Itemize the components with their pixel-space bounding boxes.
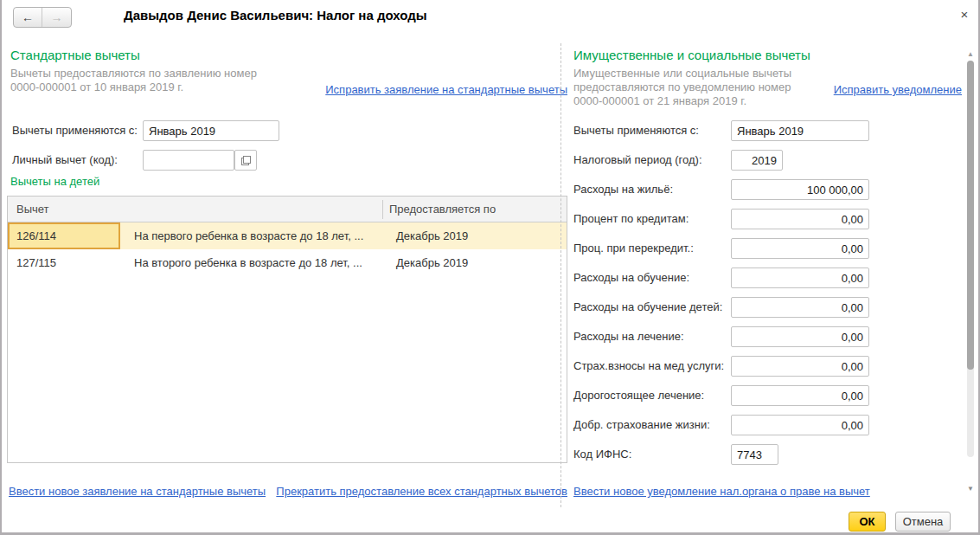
subtitle-line: Вычеты предоставляются по заявлению номе… (10, 67, 257, 81)
personal-deduction-label: Личный вычет (код): (12, 150, 118, 171)
forward-arrow-icon: → (51, 10, 63, 24)
provided-until-cell[interactable]: Декабрь 2019 (396, 222, 468, 249)
life-insurance-input[interactable] (731, 415, 869, 435)
nav-button-group: ← → (13, 7, 72, 28)
standard-deductions-footer: Ввести новое заявление на стандартные вы… (9, 485, 567, 498)
deduction-code-cell[interactable]: 127/115 (16, 249, 56, 276)
new-standard-application-link[interactable]: Ввести новое заявление на стандартные вы… (9, 485, 266, 498)
standard-deductions-title: Стандартные вычеты (10, 48, 140, 62)
back-arrow-icon: ← (22, 10, 34, 24)
scrollbar-down-icon[interactable]: ▼ (964, 485, 977, 493)
field-row: Расходы на обучение детей: (573, 297, 869, 318)
provided-until-cell[interactable]: Декабрь 2019 (396, 249, 468, 276)
standard-deductions-subtitle: Вычеты предоставляются по заявлению номе… (10, 67, 257, 94)
applies-from-label: Вычеты применяются с: (12, 120, 138, 141)
loan-interest-input[interactable] (731, 209, 869, 229)
edit-standard-application-link[interactable]: Исправить заявление на стандартные вычет… (325, 83, 567, 96)
children-education-expenses-input[interactable] (731, 297, 869, 318)
edit-notification-link[interactable]: Исправить уведомление (834, 83, 962, 96)
field-label: Расходы на обучение: (573, 268, 689, 288)
education-expenses-input[interactable] (731, 268, 869, 288)
deduction-description-cell[interactable]: На первого ребенка в возрасте до 18 лет,… (134, 222, 363, 249)
cancel-button[interactable]: Отмена (895, 512, 951, 532)
field-row: Процент по кредитам: (573, 209, 869, 229)
stop-standard-deductions-link[interactable]: Прекратить предоставление всех стандартн… (276, 485, 567, 498)
field-row: Вычеты применяются с: (573, 120, 869, 141)
table-header-row: Вычет Предоставляется по (включительно) (8, 197, 567, 222)
window-border-left (0, 0, 2, 535)
field-label: Код ИФНС: (573, 444, 631, 465)
children-deductions-table: Вычет Предоставляется по (включительно) … (7, 196, 567, 463)
field-row: Добр. страхование жизни: (573, 415, 869, 435)
children-deductions-title: Вычеты на детей (10, 175, 99, 188)
field-label: Дорогостоящее лечение: (573, 385, 704, 406)
field-row: Налоговый период (год): (573, 150, 869, 171)
dialog-window: { "window": { "title": "Давыдов Денис Ва… (0, 0, 980, 535)
field-label: Добр. страхование жизни: (573, 415, 710, 435)
field-row: Страх.взносы на мед услуги: (573, 356, 869, 377)
ifns-code-input[interactable] (731, 444, 778, 465)
field-label: Расходы на обучение детей: (573, 297, 722, 318)
table-row[interactable]: 127/115 На второго ребенка в возрасте до… (8, 249, 567, 276)
column-header-deduction[interactable]: Вычет (16, 197, 49, 222)
field-label: Процент по кредитам: (573, 209, 689, 229)
field-label: Страх.взносы на мед услуги: (573, 356, 724, 377)
forward-button[interactable]: → (42, 8, 71, 27)
refinance-interest-input[interactable] (731, 238, 869, 259)
field-label: Проц. при перекредит.: (573, 238, 694, 259)
subtitle-line: 0000-000001 от 21 января 2019 г. (573, 94, 791, 108)
pane-splitter[interactable] (560, 43, 561, 507)
close-icon[interactable]: × (954, 4, 975, 25)
field-label: Расходы на жильё: (573, 179, 673, 200)
choose-icon (241, 156, 251, 165)
choose-value-button[interactable] (234, 150, 257, 171)
active-cell[interactable]: 126/114 (8, 222, 120, 249)
property-social-subtitle: Имущественные или социальные вычеты пред… (573, 67, 791, 108)
new-notification-link[interactable]: Ввести новое уведомление нал.органа о пр… (573, 485, 870, 498)
tax-period-input[interactable] (731, 150, 783, 171)
subtitle-line: 0000-000001 от 10 января 2019 г. (10, 81, 257, 94)
personal-deduction-code-input[interactable] (143, 150, 234, 171)
field-row: Расходы на жильё: (573, 179, 869, 200)
scrollbar-up-icon[interactable]: ▲ (964, 50, 977, 59)
standard-applies-from-input[interactable] (143, 120, 279, 141)
property-social-title: Имущественные и социальные вычеты (573, 48, 810, 62)
deduction-description-cell[interactable]: На второго ребенка в возрасте до 18 лет,… (134, 249, 362, 276)
subtitle-line: предоставляются по уведомлению номер (573, 81, 791, 94)
back-button[interactable]: ← (14, 8, 42, 27)
field-row: Расходы на лечение: (573, 326, 869, 347)
ok-button[interactable]: ОК (849, 512, 886, 532)
table-row[interactable]: 126/114 На первого ребенка в возрасте до… (8, 222, 567, 249)
expensive-treatment-input[interactable] (731, 385, 869, 406)
field-row: Проц. при перекредит.: (573, 238, 869, 259)
treatment-expenses-input[interactable] (731, 326, 869, 347)
field-row: Код ИФНС: (573, 444, 869, 465)
field-label: Налоговый период (год): (573, 150, 702, 171)
field-row: Дорогостоящее лечение: (573, 385, 869, 406)
field-label: Вычеты применяются с: (573, 120, 699, 141)
subtitle-line: Имущественные или социальные вычеты (573, 67, 791, 81)
field-label: Расходы на лечение: (573, 326, 684, 347)
medical-insurance-input[interactable] (731, 356, 869, 377)
applies-from-input[interactable] (731, 120, 869, 141)
dialog-title: Давыдов Денис Васильевич: Налог на доход… (124, 8, 427, 23)
field-row: Расходы на обучение: (573, 268, 869, 288)
scrollbar-thumb[interactable] (967, 61, 974, 370)
column-divider (382, 200, 383, 219)
housing-expenses-input[interactable] (731, 179, 869, 200)
